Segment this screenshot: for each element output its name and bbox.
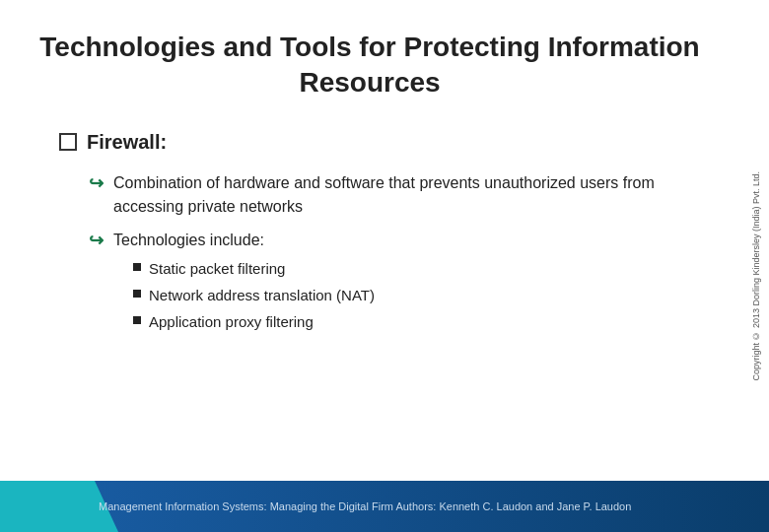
bullet-text-1: Combination of hardware and software tha…: [113, 171, 690, 219]
square-bullet-2: [133, 290, 141, 298]
checkbox-icon: [59, 133, 77, 151]
sub-bullet-text-3: Application proxy filtering: [149, 311, 314, 332]
copyright-text: Copyright © 2013 Dorling Kindersley (Ind…: [751, 171, 761, 381]
bullet-list: ↪ Combination of hardware and software t…: [59, 171, 690, 338]
arrow-icon-1: ↪: [89, 172, 104, 194]
sub-bullet-list: Static packet filtering Network address …: [113, 258, 375, 332]
slide-container: Technologies and Tools for Protecting In…: [0, 0, 769, 532]
slide-title: Technologies and Tools for Protecting In…: [39, 30, 700, 101]
arrow-icon-2: ↪: [89, 230, 104, 251]
sub-bullet-item-2: Network address translation (NAT): [133, 285, 375, 305]
bullet-item-2: ↪ Technologies include: Static packet fi…: [89, 229, 690, 338]
title-area: Technologies and Tools for Protecting In…: [39, 30, 720, 101]
square-bullet-3: [133, 316, 141, 324]
sub-bullet-item-1: Static packet filtering: [133, 258, 375, 279]
sub-bullet-text-1: Static packet filtering: [149, 258, 285, 279]
sub-bullet-text-2: Network address translation (NAT): [149, 285, 375, 305]
firewall-heading: Firewall:: [59, 131, 690, 154]
firewall-label: Firewall:: [87, 131, 167, 154]
sub-bullet-item-3: Application proxy filtering: [133, 311, 375, 332]
square-bullet-1: [133, 263, 141, 271]
bullet-item-1: ↪ Combination of hardware and software t…: [89, 171, 690, 219]
copyright-area: Copyright © 2013 Dorling Kindersley (Ind…: [751, 79, 761, 473]
bottom-bar: Management Information Systems: Managing…: [0, 481, 769, 532]
bullet-text-2: Technologies include:: [113, 232, 264, 248]
content-area: Firewall: ↪ Combination of hardware and …: [39, 131, 720, 338]
footer-text: Management Information Systems: Managing…: [99, 500, 631, 512]
